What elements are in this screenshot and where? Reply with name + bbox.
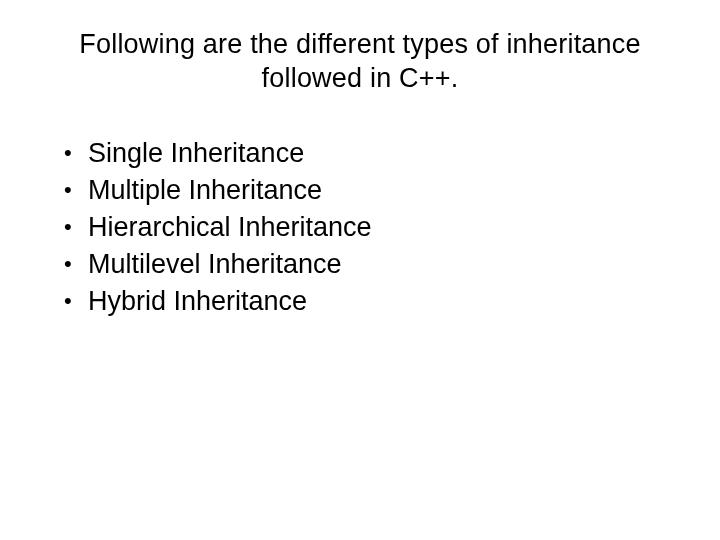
bullet-icon: •: [58, 136, 88, 169]
bullet-icon: •: [58, 210, 88, 243]
list-item-text: Single Inheritance: [88, 136, 670, 171]
list-item-text: Multilevel Inheritance: [88, 247, 670, 282]
bullet-icon: •: [58, 247, 88, 280]
bullet-icon: •: [58, 173, 88, 206]
slide-container: Following are the different types of inh…: [0, 0, 720, 540]
bullet-list: • Single Inheritance • Multiple Inherita…: [50, 136, 670, 319]
list-item: • Hierarchical Inheritance: [58, 210, 670, 245]
bullet-icon: •: [58, 284, 88, 317]
list-item-text: Multiple Inheritance: [88, 173, 670, 208]
list-item-text: Hybrid Inheritance: [88, 284, 670, 319]
list-item-text: Hierarchical Inheritance: [88, 210, 670, 245]
list-item: • Hybrid Inheritance: [58, 284, 670, 319]
list-item: • Multilevel Inheritance: [58, 247, 670, 282]
list-item: • Single Inheritance: [58, 136, 670, 171]
slide-title: Following are the different types of inh…: [50, 28, 670, 96]
list-item: • Multiple Inheritance: [58, 173, 670, 208]
